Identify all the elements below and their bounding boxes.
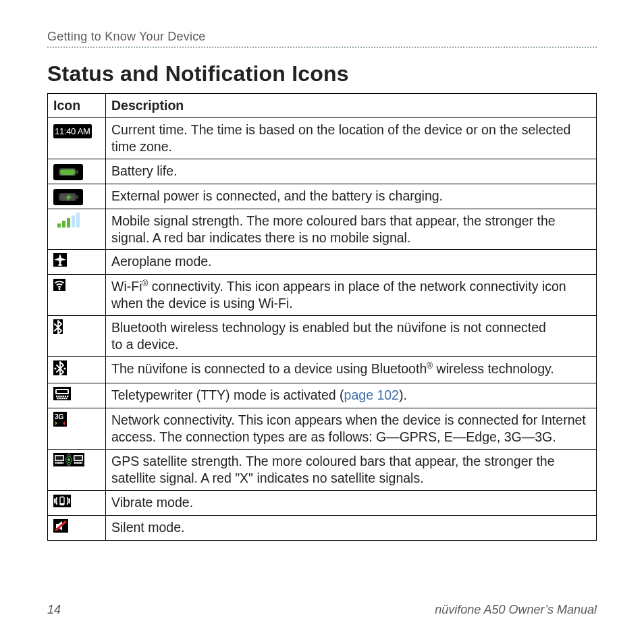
icon-cell [48,275,106,316]
icon-cell [48,250,106,275]
description-cell: Current time. The time is based on the l… [106,117,597,159]
table-row: Battery life. [48,159,597,184]
silent-icon [53,519,68,537]
svg-rect-26 [65,396,66,397]
svg-rect-7 [57,223,61,227]
aeroplane-icon [53,253,67,271]
book-title: nüvifone A50 Owner’s Manual [435,603,597,617]
table-row: External power is connected, and the bat… [48,184,597,209]
table-row: Bluetooth wireless technology is enabled… [48,316,597,357]
svg-rect-10 [72,215,75,227]
table-row: Aeroplane mode. [48,250,597,275]
icon-cell [48,357,106,383]
running-head: Getting to Know Your Device [47,30,597,48]
description-cell: Aeroplane mode. [106,250,597,275]
page-title: Status and Notification Icons [47,61,597,86]
svg-rect-9 [67,218,70,227]
description-cell: Vibrate mode. [106,490,597,515]
svg-rect-43 [63,462,64,464]
description-cell: The nüvifone is connected to a device us… [106,357,597,383]
description-cell: Teletypewriter (TTY) mode is activated (… [106,383,597,408]
svg-rect-51 [82,462,83,464]
svg-rect-28 [57,398,59,399]
svg-rect-24 [60,396,61,397]
table-row: Wi-Fi® connectivity. This icon appears i… [48,275,597,316]
svg-point-17 [54,368,56,370]
svg-rect-50 [80,462,81,464]
icon-cell [48,184,106,209]
time-icon: 11:40 AM [53,124,92,138]
vibrate-icon [53,494,71,512]
description-cell: Silent mode. [106,515,597,540]
svg-rect-39 [57,462,58,464]
svg-rect-47 [76,462,77,464]
svg-rect-27 [67,396,68,397]
table-row: Silent mode. [48,515,597,540]
icon-cell: 3G [48,408,106,450]
svg-rect-48 [77,462,78,464]
svg-rect-31 [63,398,65,399]
description-cell: Battery life. [106,159,597,184]
svg-rect-45 [75,456,82,460]
svg-point-53 [68,458,70,461]
svg-rect-32 [65,398,67,399]
bluetooth-icon [53,319,63,338]
wifi-icon [53,278,65,296]
svg-rect-11 [76,213,80,227]
table-row: The nüvifone is connected to a device us… [48,357,597,383]
svg-rect-46 [74,462,76,464]
icon-cell [48,316,106,357]
svg-rect-23 [58,396,59,397]
svg-rect-49 [78,462,80,464]
svg-rect-29 [59,398,61,399]
charging-icon [53,189,83,205]
battery-icon [53,164,83,180]
icon-cell [48,450,106,491]
svg-text:3G: 3G [55,413,64,421]
svg-rect-21 [57,390,68,393]
icon-cell [48,515,106,540]
svg-rect-38 [55,462,57,464]
svg-rect-56 [61,498,64,503]
table-row: 3G Network connectivity. This icon appea… [48,408,597,450]
icon-cell [48,209,106,250]
svg-rect-2 [60,169,75,175]
svg-rect-37 [56,456,63,460]
description-cell: Bluetooth wireless technology is enabled… [106,316,597,357]
signal-icon [53,213,83,233]
svg-rect-40 [58,462,59,464]
svg-point-18 [63,368,65,370]
tty-icon [53,387,71,404]
svg-rect-22 [56,396,57,397]
th-description: Description [106,94,597,118]
svg-rect-25 [63,396,64,397]
svg-rect-30 [61,398,63,399]
svg-point-14 [59,288,61,290]
description-cell: GPS satellite strength. The more coloure… [106,450,597,491]
icon-cell [48,159,106,184]
svg-rect-8 [62,221,65,227]
table-row: Vibrate mode. [48,490,597,515]
icon-cell: 11:40 AM [48,117,106,159]
svg-rect-4 [76,195,78,199]
gps-icon [53,453,84,471]
description-cell: External power is connected, and the bat… [106,184,597,209]
svg-rect-1 [76,170,78,174]
bluetooth-connected-icon [53,360,67,379]
description-cell: Network connectivity. This icon appears … [106,408,597,450]
table-row: Teletypewriter (TTY) mode is activated (… [48,383,597,408]
th-icon: Icon [48,94,106,118]
svg-rect-41 [59,462,61,464]
svg-rect-42 [61,462,62,464]
description-cell: Mobile signal strength. The more coloure… [106,209,597,250]
page-footer: 14 nüvifone A50 Owner’s Manual [47,603,597,617]
description-cell: Wi-Fi® connectivity. This icon appears i… [106,275,597,316]
network-3g-icon: 3G [53,412,67,431]
page-ref-link[interactable]: page 102 [344,387,399,402]
icon-cell [48,490,106,515]
table-row: 11:40 AMCurrent time. The time is based … [48,117,597,159]
status-icons-table: Icon Description 11:40 AMCurrent time. T… [47,93,597,541]
table-row: Mobile signal strength. The more coloure… [48,209,597,250]
table-row: GPS satellite strength. The more coloure… [48,450,597,491]
icon-cell [48,383,106,408]
